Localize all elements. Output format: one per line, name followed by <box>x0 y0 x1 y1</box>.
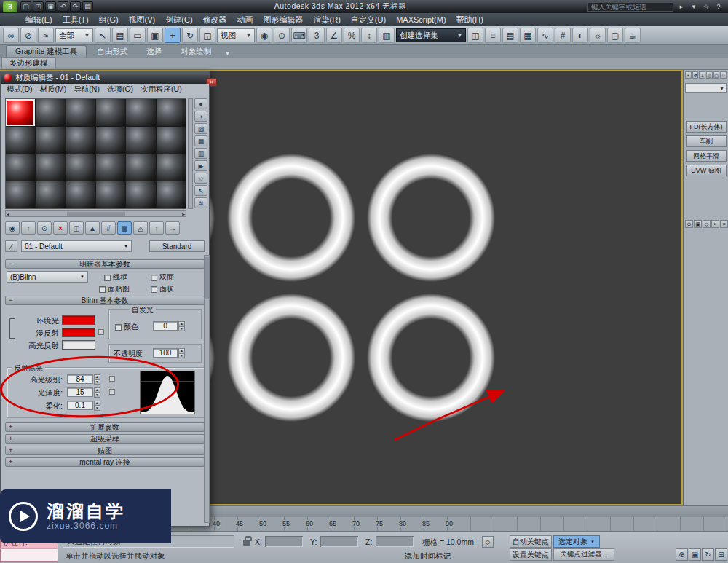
key-filters-button[interactable]: 关键点过滤器... <box>553 548 614 561</box>
scroll-right-icon[interactable]: ▶ <box>182 212 185 216</box>
reference-coordinate-dropdown[interactable]: 视图▼ <box>217 28 255 42</box>
sample-slot-8[interactable] <box>36 127 65 154</box>
render-setup-icon[interactable]: ☼ <box>590 28 606 43</box>
unlink-selection-icon[interactable]: ⊘ <box>20 28 36 43</box>
modifier-meshsmooth[interactable]: 网格平滑 <box>686 150 727 162</box>
keyboard-override-icon[interactable]: ⌨ <box>291 28 307 43</box>
show-end-result-icon[interactable]: ◬ <box>133 221 148 235</box>
z-coordinate-field[interactable] <box>376 536 414 547</box>
faceted-checkbox[interactable]: 面状 <box>151 284 174 294</box>
communication-center-icon[interactable]: ▾ <box>689 2 699 12</box>
glossiness-spinner[interactable]: ▲▼ <box>94 387 100 397</box>
go-to-parent-icon[interactable]: ↑ <box>149 221 164 235</box>
tab-graphite-modeling-tools[interactable]: Graphite 建模工具 <box>6 45 87 58</box>
rollout-maps[interactable]: +贴图 <box>5 446 205 455</box>
modifier-uvw-map[interactable]: UVW 贴图 <box>686 165 727 176</box>
select-rotate-icon[interactable]: ↻ <box>182 28 198 43</box>
face-map-checkbox[interactable]: 面贴图 <box>99 284 130 294</box>
sample-slot-20[interactable] <box>36 181 65 208</box>
search-input[interactable] <box>587 2 673 12</box>
shader-type-dropdown[interactable]: (B)Blinn▼ <box>7 271 88 283</box>
material-map-navigator-icon[interactable]: ≋ <box>194 197 207 208</box>
material-editor-titlebar[interactable]: 材质编辑器 - 01 - Default ▁ ▢ × <box>1 71 209 84</box>
show-end-result-stack-icon[interactable]: ▣ <box>694 220 702 228</box>
specular-level-field[interactable]: 84 <box>67 374 93 384</box>
curve-editor-icon[interactable]: ∿ <box>537 28 553 43</box>
maximize-viewport-icon[interactable]: ⊞ <box>715 548 727 561</box>
menu-group[interactable]: 组(G) <box>94 13 124 26</box>
open-file-icon[interactable]: ◰ <box>33 1 44 12</box>
met-menu-navigation[interactable]: 导航(N) <box>74 84 100 95</box>
met-menu-options[interactable]: 选项(O) <box>107 84 133 95</box>
sample-slot-11[interactable] <box>126 127 155 154</box>
rollout-supersampling[interactable]: +超级采样 <box>5 434 205 444</box>
tab-selection[interactable]: 选择 <box>138 46 170 58</box>
opacity-spinner[interactable]: ▲▼ <box>178 348 185 358</box>
sample-slot-4[interactable] <box>96 99 125 126</box>
tab-polygon-modeling[interactable]: 多边形建模 <box>1 57 56 69</box>
tab-object-paint[interactable]: 对象绘制 <box>172 46 220 58</box>
layer-manager-icon[interactable]: ▤ <box>502 28 518 43</box>
sample-slot-5[interactable] <box>126 99 155 126</box>
sample-background-icon[interactable]: ▨ <box>194 123 207 134</box>
spinner-snap-icon[interactable]: ↕ <box>361 28 377 43</box>
remove-modifier-icon[interactable]: × <box>711 220 719 228</box>
sample-slot-13[interactable] <box>6 154 35 181</box>
assign-material-icon[interactable]: ⊙ <box>37 221 52 235</box>
selected-key-dropdown[interactable]: 选定对象▼ <box>553 535 600 548</box>
sample-slot-10[interactable] <box>96 127 125 154</box>
sample-slot-12[interactable] <box>157 127 186 154</box>
project-folder-icon[interactable]: ▤ <box>82 1 93 12</box>
go-forward-icon[interactable]: → <box>165 221 180 235</box>
scroll-thumb[interactable] <box>205 257 209 299</box>
sample-slot-19[interactable] <box>6 181 35 208</box>
material-editor-scrollbar[interactable] <box>204 255 210 523</box>
select-and-link-icon[interactable]: ∞ <box>3 28 19 43</box>
modifier-ffd-box[interactable]: FD(长方体) <box>686 121 727 133</box>
specular-color-swatch[interactable] <box>62 340 95 350</box>
sample-slot-22[interactable] <box>96 181 125 208</box>
sample-slot-3[interactable] <box>66 99 95 126</box>
specular-level-map-button[interactable] <box>109 376 115 382</box>
menu-create[interactable]: 创建(C) <box>160 13 197 26</box>
schematic-view-icon[interactable]: # <box>555 28 571 43</box>
add-time-tag[interactable]: 添加时间标记 <box>405 551 451 562</box>
percent-snap-icon[interactable]: % <box>344 28 360 43</box>
menu-customize[interactable]: 自定义(U) <box>346 13 391 26</box>
material-type-button[interactable]: Standard <box>149 240 205 252</box>
sample-type-icon[interactable]: ● <box>194 98 207 109</box>
graphite-toggle-icon[interactable]: ▦ <box>520 28 536 43</box>
get-material-icon[interactable]: ◉ <box>5 221 20 235</box>
rollout-shader-basic-parameters[interactable]: −明暗器基本参数 <box>5 259 205 269</box>
glossiness-field[interactable]: 15 <box>67 387 93 397</box>
tab-freeform[interactable]: 自由形式 <box>88 46 136 58</box>
backlight-icon[interactable]: ◑ <box>194 111 207 122</box>
rollout-mental-ray-connection[interactable]: +mental ray 连接 <box>5 457 205 467</box>
create-tab-icon[interactable]: + <box>685 71 692 79</box>
sample-slot-1[interactable] <box>6 99 35 126</box>
menu-animation[interactable]: 动画 <box>232 13 258 26</box>
modifier-list-dropdown[interactable]: ▼ <box>685 83 727 93</box>
sample-slot-9[interactable] <box>66 127 95 154</box>
absolute-offset-toggle-icon[interactable]: ◇ <box>482 536 494 548</box>
search-go-icon[interactable]: ▸ <box>676 2 687 12</box>
save-file-icon[interactable]: ▣ <box>45 1 56 12</box>
glossiness-map-button[interactable] <box>109 389 115 395</box>
sample-slot-21[interactable] <box>66 181 95 208</box>
diffuse-map-button[interactable] <box>98 329 104 335</box>
redo-icon[interactable]: ↷ <box>70 1 81 12</box>
make-copy-icon[interactable]: ◫ <box>69 221 84 235</box>
selection-filter-dropdown[interactable]: 全部▼ <box>55 28 93 42</box>
menu-modifiers[interactable]: 修改器 <box>198 13 232 26</box>
soften-field[interactable]: 0.1 <box>67 401 93 410</box>
rollout-blinn-basic-parameters[interactable]: −Blinn 基本参数 <box>5 296 205 305</box>
material-name-dropdown[interactable]: 01 - Default▼ <box>21 240 132 252</box>
menu-maxscript[interactable]: MAXScript(M) <box>391 13 451 26</box>
material-id-icon[interactable]: # <box>101 221 116 235</box>
select-move-icon[interactable]: + <box>165 28 181 43</box>
sample-slot-23[interactable] <box>126 181 155 208</box>
met-menu-material[interactable]: 材质(M) <box>40 84 67 95</box>
sample-slot-15[interactable] <box>66 154 95 181</box>
modifier-lathe[interactable]: 车削 <box>686 135 727 147</box>
window-crossing-icon[interactable]: ▣ <box>147 28 163 43</box>
